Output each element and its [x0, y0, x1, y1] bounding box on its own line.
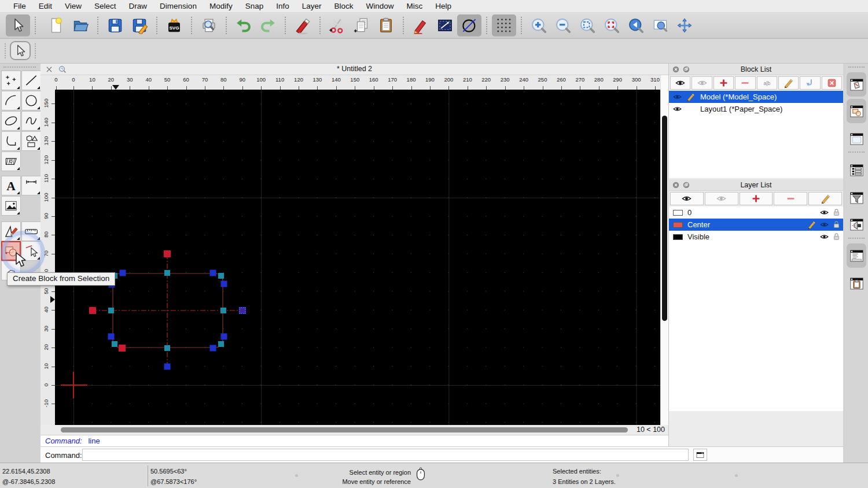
selection-handle-blue[interactable] — [164, 364, 171, 370]
line-tool[interactable] — [21, 71, 41, 90]
dock-toggle-command-line[interactable] — [847, 243, 866, 268]
menu-layer[interactable]: Layer — [296, 2, 328, 10]
selection-handle-red[interactable] — [164, 250, 171, 257]
circle-attributes-button[interactable] — [457, 14, 481, 36]
selection-handle-blue[interactable] — [108, 334, 115, 340]
dock-toggle-projection[interactable] — [847, 212, 866, 236]
lock-icon[interactable] — [832, 232, 841, 242]
rename-block-button[interactable]: a|b — [757, 76, 777, 90]
selection-handle-red[interactable] — [89, 307, 96, 314]
points-tool[interactable] — [1, 71, 21, 90]
undo-button[interactable] — [231, 14, 256, 36]
eye-icon[interactable] — [672, 92, 682, 102]
drawing-canvas[interactable] — [55, 90, 660, 425]
dock-toggle-entity-list[interactable] — [847, 158, 866, 182]
vertical-scrollbar[interactable] — [660, 75, 668, 435]
dock-toggle-clipboard[interactable] — [847, 271, 866, 295]
eye-icon[interactable] — [672, 104, 682, 114]
zoom-in-button[interactable] — [527, 14, 551, 36]
insert-block-button[interactable] — [800, 76, 820, 90]
selection-handle-teal[interactable] — [218, 341, 224, 347]
select-tool-button[interactable] — [6, 14, 30, 36]
modify-layer-button[interactable] — [808, 192, 842, 205]
selection-handle-blue[interactable] — [210, 345, 216, 352]
delete-button[interactable] — [290, 14, 315, 36]
strip-drag-handle[interactable] — [848, 238, 865, 239]
menu-select[interactable]: Select — [88, 2, 123, 10]
layer-list-item[interactable]: Center — [669, 219, 843, 231]
menu-file[interactable]: File — [7, 2, 32, 10]
pen-attributes-button[interactable] — [409, 14, 433, 36]
export-svg-button[interactable]: SVG — [162, 14, 186, 36]
pencil-icon[interactable] — [686, 92, 696, 102]
arc-tool[interactable] — [1, 91, 21, 110]
menu-block[interactable]: Block — [328, 2, 360, 10]
menu-window[interactable]: Window — [360, 2, 400, 10]
copy-button[interactable] — [350, 14, 374, 36]
pencil-icon[interactable] — [807, 220, 816, 230]
selection-handle-teal[interactable] — [112, 341, 117, 347]
dock-toggle-library-browser[interactable] — [847, 99, 866, 123]
shapes-tool[interactable] — [21, 131, 41, 151]
zoom-previous-button[interactable] — [624, 14, 648, 36]
remove-all-blocks-button[interactable] — [822, 76, 842, 90]
hatch-tool[interactable] — [1, 151, 21, 171]
block-list-item[interactable]: Model (*Model_Space) — [669, 91, 843, 103]
selection-handle-blue[interactable] — [210, 270, 216, 276]
zoom-out-button[interactable] — [551, 14, 575, 36]
selection-handle-teal[interactable] — [108, 308, 114, 313]
lock-icon[interactable] — [832, 220, 841, 230]
dimension-tool[interactable] — [21, 176, 41, 195]
zoom-window-button[interactable] — [648, 14, 672, 36]
command-dock-button[interactable] — [693, 449, 707, 461]
menu-modify[interactable]: Modify — [203, 2, 239, 10]
dock-toggle-block-edit[interactable] — [847, 72, 866, 97]
eye-icon[interactable] — [819, 232, 829, 242]
lock-icon[interactable] — [832, 208, 841, 217]
toolbar-drag-handle[interactable] — [5, 43, 6, 58]
save-button[interactable] — [103, 14, 127, 36]
menu-help[interactable]: Help — [429, 2, 458, 10]
layers-show-all-button[interactable] — [670, 192, 704, 205]
toolbar-drag-handle[interactable] — [35, 43, 36, 58]
ellipse-tool[interactable] — [1, 111, 21, 131]
selection-handle-blue[interactable] — [120, 270, 126, 276]
add-block-button[interactable] — [713, 76, 734, 90]
print-preview-button[interactable] — [197, 14, 221, 36]
menu-edit[interactable]: Edit — [32, 2, 58, 10]
strip-drag-handle[interactable] — [848, 151, 865, 153]
open-file-button[interactable] — [68, 14, 93, 36]
text-tool[interactable]: A — [1, 176, 21, 195]
selection-handle-purple[interactable] — [239, 307, 246, 314]
remove-layer-button[interactable] — [774, 192, 807, 205]
selection-pointer-button[interactable] — [10, 41, 31, 60]
menu-dimension[interactable]: Dimension — [153, 2, 203, 10]
vertical-scroll-thumb[interactable] — [662, 116, 667, 321]
menu-snap[interactable]: Snap — [239, 2, 270, 10]
remove-block-button[interactable] — [735, 76, 755, 90]
command-input[interactable] — [82, 449, 689, 461]
paste-button[interactable] — [374, 14, 398, 36]
eye-icon[interactable] — [819, 208, 829, 217]
line-attributes-button[interactable] — [433, 14, 457, 36]
selection-handle-teal[interactable] — [218, 273, 224, 279]
zoom-pan-button[interactable] — [672, 14, 697, 36]
dock-toggle-filter[interactable] — [847, 186, 866, 210]
layer-list-item[interactable]: 0 — [669, 206, 843, 219]
selection-handle-teal[interactable] — [164, 270, 170, 276]
blocks-hide-all-button[interactable] — [692, 76, 712, 90]
cut-button[interactable] — [325, 14, 350, 36]
layers-hide-all-button[interactable] — [705, 192, 738, 205]
save-as-button[interactable] — [127, 14, 152, 36]
dock-toggle-blank-panel[interactable] — [847, 127, 866, 151]
image-tool[interactable] — [1, 196, 21, 216]
menu-view[interactable]: View — [58, 2, 88, 10]
grid-toggle-button[interactable] — [492, 14, 516, 36]
zoom-auto-button[interactable] — [575, 14, 599, 36]
edit-block-button[interactable] — [778, 76, 799, 90]
selection-handle-teal[interactable] — [164, 345, 170, 351]
eye-icon[interactable] — [819, 220, 829, 230]
add-layer-button[interactable] — [740, 192, 773, 205]
selection-handle-blue[interactable] — [221, 281, 227, 287]
palette-drag-handle[interactable] — [3, 66, 36, 68]
